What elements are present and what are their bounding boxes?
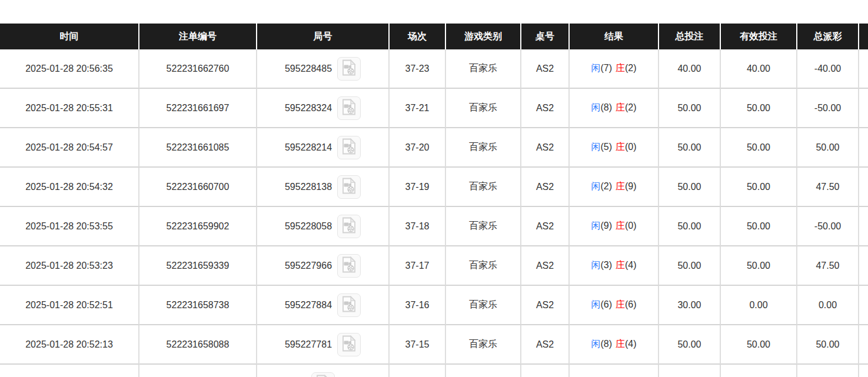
result-banker-points: (2) <box>625 102 637 112</box>
result-banker-points: (6) <box>625 299 637 309</box>
cell-empty <box>446 365 521 377</box>
cell-game-type: 百家乐 <box>446 168 521 207</box>
table-row: 2025-01-28 20:54:57522231661085595228214… <box>0 128 868 168</box>
table-row: 2025-01-28 20:53:23522231659339595227966… <box>0 246 868 286</box>
video-replay-button[interactable] <box>337 293 361 317</box>
cell-empty <box>0 365 139 377</box>
cell-total-payout: 47.50 <box>797 168 859 207</box>
bet-history-panel: 时间注单编号局号场次游戏类别桌号结果总投注有效投注总派彩 2025-01-28 … <box>0 0 868 377</box>
result-banker-label: 庄 <box>616 260 625 270</box>
cell-empty <box>859 365 868 377</box>
result-banker-label: 庄 <box>616 63 625 73</box>
video-file-icon <box>342 335 356 353</box>
cell-extra <box>859 128 868 168</box>
column-header-注单编号: 注单编号 <box>139 24 257 49</box>
result-player-label: 闲 <box>591 299 600 309</box>
table-row: 2025-01-28 20:55:31522231661697595228324… <box>0 89 868 128</box>
result-player-points: (3) <box>600 260 612 270</box>
cell-result: 闲(2)庄(9) <box>570 168 659 207</box>
cell-extra <box>859 246 868 286</box>
column-header-桌号: 桌号 <box>521 24 570 49</box>
cell-extra <box>859 325 868 365</box>
cell-total-bet: 50.00 <box>659 325 721 365</box>
cell-valid-bet: 50.00 <box>721 128 797 168</box>
cell-table-number: AS2 <box>521 286 570 325</box>
cell-bet-number: 522231658088 <box>139 325 257 365</box>
cell-total-bet: 50.00 <box>659 128 721 168</box>
cell-total-payout: -50.00 <box>797 89 859 128</box>
cell-total-bet: 30.00 <box>659 286 721 325</box>
cell-valid-bet: 50.00 <box>721 246 797 286</box>
table-row: 2025-01-28 20:56:35522231662760595228485… <box>0 49 868 89</box>
result-banker-label: 庄 <box>616 339 625 349</box>
cell-bet-number: 522231660700 <box>139 168 257 207</box>
cell-game-type: 百家乐 <box>446 89 521 128</box>
cell-table-number: AS2 <box>521 168 570 207</box>
cell-empty <box>659 365 721 377</box>
video-file-icon <box>342 59 356 78</box>
video-replay-button[interactable] <box>337 96 361 120</box>
bet-history-table: 时间注单编号局号场次游戏类别桌号结果总投注有效投注总派彩 2025-01-28 … <box>0 24 868 377</box>
column-header-总派彩: 总派彩 <box>797 24 859 49</box>
cell-session: 37-18 <box>390 207 446 246</box>
cell-empty <box>797 365 859 377</box>
round-number-text: 595228214 <box>285 142 332 153</box>
video-file-icon <box>342 178 356 196</box>
cell-extra <box>859 286 868 325</box>
column-header-总投注: 总投注 <box>659 24 721 49</box>
cell-time: 2025-01-28 20:55:31 <box>0 89 139 128</box>
video-replay-button[interactable] <box>337 254 361 278</box>
cell-bet-number: 522231661085 <box>139 128 257 168</box>
cell-total-payout: 47.50 <box>797 246 859 286</box>
cell-round-number: 595227781 <box>257 325 390 365</box>
cell-round-number: 595227966 <box>257 246 390 286</box>
round-number-text: 595227781 <box>285 339 332 350</box>
round-number-text: 595228138 <box>285 182 332 192</box>
round-number-text: 595227884 <box>285 300 332 311</box>
cell-total-payout: -40.00 <box>797 49 859 89</box>
result-player-label: 闲 <box>591 63 600 73</box>
cell-game-type: 百家乐 <box>446 286 521 325</box>
cell-empty <box>521 365 570 377</box>
table-row: 2025-01-28 20:52:51522231658738595227884… <box>0 286 868 325</box>
video-replay-button[interactable] <box>311 372 335 377</box>
cell-time: 2025-01-28 20:53:55 <box>0 207 139 246</box>
cell-table-number: AS2 <box>521 49 570 89</box>
cell-game-type: 百家乐 <box>446 325 521 365</box>
result-banker-points: (0) <box>625 221 637 231</box>
result-player-label: 闲 <box>591 260 600 270</box>
result-banker-label: 庄 <box>616 181 625 191</box>
cell-total-bet: 50.00 <box>659 207 721 246</box>
cell-total-bet: 50.00 <box>659 168 721 207</box>
cell-game-type: 百家乐 <box>446 207 521 246</box>
result-banker-points: (0) <box>625 142 637 152</box>
cell-session: 37-15 <box>390 325 446 365</box>
video-replay-button[interactable] <box>337 136 361 159</box>
cell-result: 闲(7)庄(2) <box>570 49 659 89</box>
result-player-points: (7) <box>600 63 612 73</box>
video-replay-button[interactable] <box>337 57 361 81</box>
round-number-text: 595228485 <box>285 64 332 74</box>
cell-bet-number: 522231659339 <box>139 246 257 286</box>
video-file-icon <box>342 138 356 156</box>
video-replay-button[interactable] <box>337 333 361 356</box>
video-replay-button[interactable] <box>337 215 361 238</box>
cell-total-bet: 50.00 <box>659 246 721 286</box>
cell-time: 2025-01-28 20:52:51 <box>0 286 139 325</box>
video-file-icon <box>342 99 356 117</box>
cell-result: 闲(8)庄(2) <box>570 89 659 128</box>
cell-extra <box>859 168 868 207</box>
result-player-points: (9) <box>600 221 612 231</box>
video-replay-button[interactable] <box>337 175 361 199</box>
column-header-extra <box>859 24 868 49</box>
cell-result: 闲(5)庄(0) <box>570 128 659 168</box>
cell-total-bet: 50.00 <box>659 89 721 128</box>
cell-result: 闲(9)庄(0) <box>570 207 659 246</box>
cell-table-number: AS2 <box>521 89 570 128</box>
table-body: 2025-01-28 20:56:35522231662760595228485… <box>0 49 868 377</box>
round-number-text: 595228058 <box>285 221 332 232</box>
video-file-icon <box>342 256 356 275</box>
cell-bet-number: 522231659902 <box>139 207 257 246</box>
cell-valid-bet: 50.00 <box>721 168 797 207</box>
result-banker-label: 庄 <box>616 102 625 112</box>
